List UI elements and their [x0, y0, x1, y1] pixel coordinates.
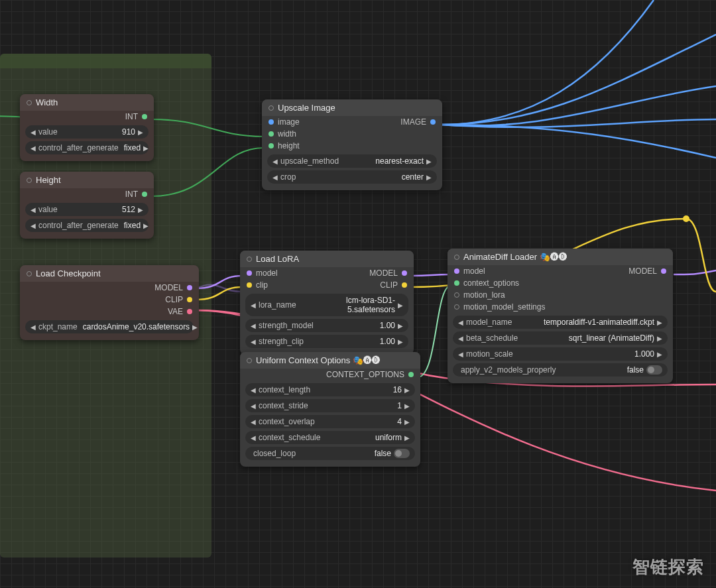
node-header[interactable]: AnimateDiff Loader 🎭🅐🅓 — [448, 249, 673, 265]
node-load-checkpoint[interactable]: Load Checkpoint MODEL CLIP VAE ◀ ckpt_na… — [20, 265, 199, 340]
output-port-int[interactable] — [142, 114, 147, 119]
input-port-width[interactable] — [268, 131, 274, 137]
widget-apply-v2-models-properly[interactable]: apply_v2_models_properlyfalse — [453, 363, 668, 377]
input-port-image[interactable] — [268, 119, 274, 125]
node-header[interactable]: Load LoRA — [240, 251, 414, 267]
collapse-icon[interactable] — [247, 358, 252, 363]
widget-value[interactable]: ◀ value 512 ▶ — [25, 203, 149, 216]
collapse-icon[interactable] — [268, 105, 274, 111]
node-width[interactable]: Width INT ◀ value 910 ▶ ◀ control_after_… — [20, 94, 154, 161]
chevron-right-icon: ▶ — [404, 402, 410, 410]
input-port-context-options[interactable] — [454, 280, 459, 286]
widget-context-schedule[interactable]: ◀context_scheduleuniform▶ — [245, 431, 415, 444]
widget-ckpt-name[interactable]: ◀ ckpt_name cardosAnime_v20.safetensors … — [25, 320, 194, 333]
node-header[interactable]: Height — [20, 172, 154, 188]
node-title: Uniform Context Options 🎭🅐🅓 — [256, 355, 381, 365]
collapse-icon[interactable] — [454, 255, 459, 260]
input-port-model[interactable] — [247, 270, 252, 276]
input-label-context-options: context_options — [463, 278, 519, 288]
widget-label: context_length — [256, 385, 390, 394]
chevron-left-icon: ◀ — [458, 319, 463, 326]
widget-value-text: temporaldiff-v1-animatediff.ckpt — [541, 318, 657, 327]
widget-value-text: nearest-exact — [373, 156, 426, 166]
output-port-context-options[interactable] — [408, 372, 414, 377]
chevron-left-icon: ◀ — [251, 302, 256, 309]
chevron-left-icon: ◀ — [30, 323, 36, 331]
widget-label: strength_clip — [256, 337, 377, 346]
collapse-icon[interactable] — [27, 271, 32, 276]
widget-strength-clip[interactable]: ◀ strength_clip 1.00 ▶ — [245, 335, 408, 348]
chevron-right-icon: ▶ — [657, 319, 662, 326]
widget-context-length[interactable]: ◀context_length16▶ — [245, 383, 415, 396]
widget-motion-scale[interactable]: ◀motion_scale1.000▶ — [453, 347, 668, 361]
widget-beta-schedule[interactable]: ◀beta_schedulesqrt_linear (AnimateDiff)▶ — [453, 331, 668, 345]
output-port-vae[interactable] — [187, 309, 192, 314]
widget-label: apply_v2_models_properly — [458, 365, 625, 375]
chevron-right-icon: ▶ — [398, 338, 403, 345]
chevron-left-icon: ◀ — [251, 322, 256, 329]
widget-control-after-generate[interactable]: ◀ control_after_generate fixed ▶ — [25, 219, 149, 232]
output-label-context-options: CONTEXT_OPTIONS — [326, 370, 404, 379]
chevron-left-icon: ◀ — [251, 434, 256, 441]
widget-value-text: sqrt_linear (AnimateDiff) — [566, 333, 657, 343]
collapse-icon[interactable] — [27, 178, 32, 183]
input-port-model[interactable] — [454, 268, 459, 274]
input-label-model: model — [256, 268, 278, 278]
node-animatediff-loader[interactable]: AnimateDiff Loader 🎭🅐🅓 model MODEL conte… — [448, 249, 673, 383]
widget-context-overlap[interactable]: ◀context_overlap4▶ — [245, 415, 415, 428]
widget-value-text: 4 — [394, 417, 404, 426]
node-title: AnimateDiff Loader 🎭🅐🅓 — [463, 252, 567, 262]
chevron-right-icon: ▶ — [657, 351, 662, 358]
collapse-icon[interactable] — [27, 100, 32, 105]
widget-strength-model[interactable]: ◀ strength_model 1.00 ▶ — [245, 319, 408, 332]
node-height[interactable]: Height INT ◀ value 512 ▶ ◀ control_after… — [20, 172, 154, 239]
chevron-right-icon: ▶ — [657, 335, 662, 342]
input-port-motion-lora[interactable] — [454, 292, 459, 298]
node-uniform-context-options[interactable]: Uniform Context Options 🎭🅐🅓 CONTEXT_OPTI… — [240, 352, 420, 467]
chevron-left-icon: ◀ — [272, 174, 278, 181]
node-header[interactable]: Upscale Image — [262, 99, 442, 116]
output-port-model[interactable] — [402, 270, 407, 276]
widget-value[interactable]: ◀ value 910 ▶ — [25, 125, 149, 139]
chevron-right-icon: ▶ — [426, 158, 432, 165]
toggle-icon — [394, 449, 410, 458]
output-port-model[interactable] — [661, 268, 666, 274]
chevron-left-icon: ◀ — [251, 338, 256, 345]
widget-crop[interactable]: ◀ crop center ▶ — [267, 170, 437, 184]
widget-value-text: 1.00 — [377, 321, 398, 330]
widget-value-text: fixed — [121, 143, 143, 152]
widget-closed-loop[interactable]: closed_loopfalse — [245, 447, 415, 460]
node-header[interactable]: Width — [20, 94, 154, 111]
chevron-left-icon: ◀ — [30, 129, 36, 136]
chevron-left-icon: ◀ — [251, 402, 256, 410]
widget-context-stride[interactable]: ◀context_stride1▶ — [245, 399, 415, 412]
node-upscale-image[interactable]: Upscale Image image IMAGE width height ◀… — [262, 99, 442, 190]
widget-label: closed_loop — [251, 449, 372, 458]
widget-lora-name[interactable]: ◀ lora_name lcm-lora-SD1-5.safetensors ▶ — [245, 294, 408, 316]
input-port-clip[interactable] — [247, 282, 252, 288]
output-port-int[interactable] — [142, 192, 147, 197]
chevron-right-icon: ▶ — [138, 206, 143, 213]
widget-label: context_stride — [256, 401, 394, 410]
chevron-right-icon: ▶ — [192, 323, 198, 331]
widget-value-text: 1.000 — [632, 349, 657, 359]
chevron-right-icon: ▶ — [404, 434, 410, 441]
output-port-clip[interactable] — [187, 297, 192, 302]
widget-label: strength_model — [256, 321, 377, 330]
output-port-model[interactable] — [187, 285, 192, 290]
widget-control-after-generate[interactable]: ◀ control_after_generate fixed ▶ — [25, 141, 149, 154]
node-header[interactable]: Load Checkpoint — [20, 265, 199, 282]
chevron-left-icon: ◀ — [458, 335, 463, 342]
chevron-right-icon: ▶ — [138, 129, 143, 136]
node-header[interactable]: Uniform Context Options 🎭🅐🅓 — [240, 352, 420, 369]
input-port-height[interactable] — [268, 143, 274, 148]
collapse-icon[interactable] — [247, 257, 252, 262]
toggle-icon — [646, 365, 662, 375]
input-port-motion-model-settings[interactable] — [454, 304, 459, 310]
node-load-lora[interactable]: Load LoRA model MODEL clip CLIP ◀ lora_n… — [240, 251, 414, 355]
output-label-image: IMAGE — [400, 117, 426, 127]
output-port-clip[interactable] — [402, 282, 407, 288]
output-port-image[interactable] — [430, 119, 436, 125]
widget-model-name[interactable]: ◀model_nametemporaldiff-v1-animatediff.c… — [453, 316, 668, 329]
widget-upscale-method[interactable]: ◀ upscale_method nearest-exact ▶ — [267, 154, 437, 168]
